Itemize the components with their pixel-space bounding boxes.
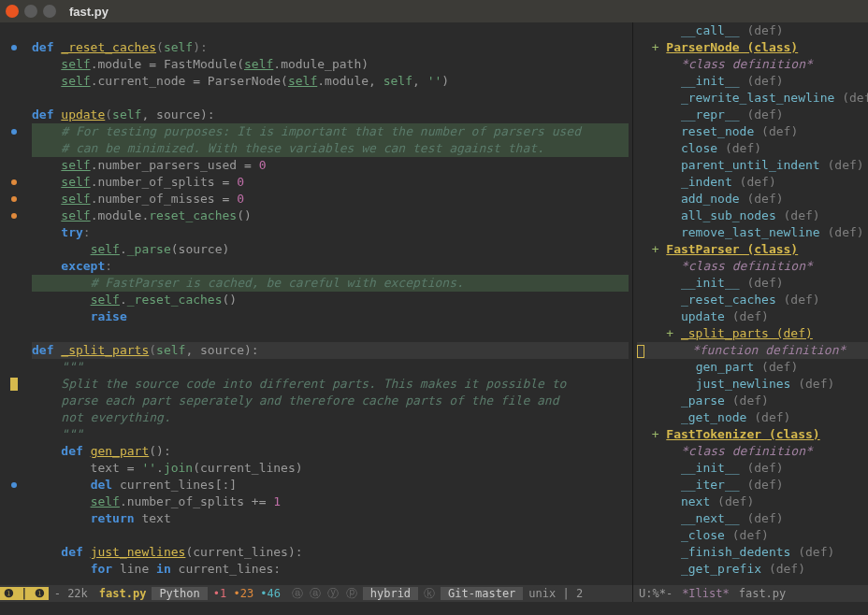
outline-item[interactable]: + ParserNode (class) <box>637 39 868 56</box>
code-line[interactable]: parse each part seperately and therefore… <box>32 393 629 409</box>
outline-item[interactable]: _get_prefix (def) <box>637 561 868 578</box>
gutter-line <box>0 157 28 174</box>
code-line[interactable]: del current_lines[:] <box>32 477 629 493</box>
gutter-line <box>0 258 28 275</box>
gutter-line <box>0 140 28 157</box>
outline-item[interactable]: + FastTokenizer (class) <box>637 426 868 443</box>
minibuffer[interactable] <box>0 602 868 615</box>
code-line[interactable] <box>32 527 629 544</box>
outline-item[interactable]: __init__ (def) <box>637 73 868 90</box>
outline-item[interactable]: reset_node (def) <box>637 123 868 140</box>
statusbar-left: ❶ | ❶ - 22k fast.py Python •1 •23 •46 ⓐ … <box>0 585 632 602</box>
outline-item[interactable]: __init__ (def) <box>637 460 868 477</box>
gutter-line <box>0 123 28 140</box>
gutter-dot-icon <box>11 196 17 202</box>
outline-item[interactable]: gen_part (def) <box>637 359 868 376</box>
code-line[interactable]: """ <box>32 426 629 443</box>
window-maximize-icon[interactable] <box>43 5 56 18</box>
code-line[interactable]: self.module.reset_caches() <box>32 207 629 224</box>
gutter-line <box>0 73 28 90</box>
gutter-line <box>0 477 28 493</box>
window-titlebar: fast.py <box>0 0 868 22</box>
outline-item[interactable]: _reset_caches (def) <box>637 292 868 308</box>
outline-item[interactable]: just_newlines (def) <box>637 376 868 393</box>
status-kflag: ⓚ <box>418 586 441 602</box>
outline-item[interactable]: next (def) <box>637 493 868 510</box>
outline-item[interactable]: update (def) <box>637 308 868 325</box>
gutter-line <box>0 376 28 393</box>
code-line[interactable]: # For testing purposes: It is important … <box>32 123 629 140</box>
code-line[interactable]: return text <box>32 510 629 527</box>
code-line[interactable]: self.number_of_misses = 0 <box>32 191 629 207</box>
outline-item[interactable]: _finish_dedents (def) <box>637 544 868 561</box>
outline-item[interactable]: + FastParser (class) <box>637 241 868 258</box>
status-mode[interactable]: Python <box>152 587 207 600</box>
outline-item[interactable]: *function definition* <box>637 342 868 359</box>
code-line[interactable]: text = ''.join(current_lines) <box>32 460 629 477</box>
outline-item[interactable]: parent_until_indent (def) <box>637 157 868 174</box>
gutter-line <box>0 275 28 292</box>
code-line[interactable]: self._reset_caches() <box>32 292 629 308</box>
status-git[interactable]: Git-master <box>441 587 523 600</box>
code-line[interactable]: """ <box>32 359 629 376</box>
code-line[interactable]: self.number_parsers_used = 0 <box>32 157 629 174</box>
code-line[interactable]: self._parse(source) <box>32 241 629 258</box>
outline-item[interactable]: add_node (def) <box>637 191 868 207</box>
gutter-dot-icon <box>11 129 17 135</box>
code-line[interactable]: def just_newlines(current_lines): <box>32 544 629 561</box>
outline-item[interactable]: _rewrite_last_newline (def) <box>637 90 868 107</box>
code-line[interactable]: raise <box>32 308 629 325</box>
gutter-dot-icon <box>11 213 17 219</box>
gutter-dot-icon <box>11 179 17 185</box>
code-line[interactable]: # can be minimized. With these variables… <box>32 140 629 157</box>
code-line[interactable]: self.module = FastModule(self.module_pat… <box>32 56 629 73</box>
code-line[interactable]: def _split_parts(self, source): <box>32 342 629 359</box>
outline-item[interactable]: _parse (def) <box>637 393 868 409</box>
status-warnings[interactable]: ❶ | ❶ <box>0 587 49 600</box>
status-info: •46 <box>260 587 281 600</box>
code-line[interactable]: except: <box>32 258 629 275</box>
code-line[interactable]: self.number_of_splits = 0 <box>32 174 629 191</box>
outline-item[interactable]: all_sub_nodes (def) <box>637 207 868 224</box>
outline-item[interactable]: __repr__ (def) <box>637 107 868 123</box>
code-area[interactable]: def _reset_caches(self): self.module = F… <box>28 22 632 585</box>
code-line[interactable]: Split the source code into different par… <box>32 376 629 393</box>
status-size: - 22k <box>49 587 94 600</box>
code-line[interactable]: for line in current_lines: <box>32 561 629 578</box>
outline-item[interactable]: __next__ (def) <box>637 510 868 527</box>
outline-item[interactable]: *class definition* <box>637 443 868 460</box>
outline-item[interactable]: _close (def) <box>637 527 868 544</box>
gutter-line <box>0 561 28 578</box>
outline-item[interactable]: *class definition* <box>637 56 868 73</box>
window-minimize-icon[interactable] <box>24 5 37 18</box>
window-close-icon[interactable] <box>6 5 19 18</box>
outline-item[interactable]: __iter__ (def) <box>637 477 868 493</box>
code-line[interactable]: def _reset_caches(self): <box>32 39 629 56</box>
outline-item[interactable]: __call__ (def) <box>637 22 868 39</box>
code-line[interactable] <box>32 325 629 342</box>
outline-item[interactable]: _indent (def) <box>637 174 868 191</box>
code-line[interactable]: self.number_of_splits += 1 <box>32 493 629 510</box>
gutter-line <box>0 460 28 477</box>
outline-item[interactable]: + _split_parts (def) <box>637 325 868 342</box>
code-editor[interactable]: def _reset_caches(self): self.module = F… <box>0 22 632 585</box>
code-line[interactable] <box>32 90 629 107</box>
outline-item[interactable]: close (def) <box>637 140 868 157</box>
outline-item[interactable]: __init__ (def) <box>637 275 868 292</box>
code-line[interactable]: def update(self, source): <box>32 107 629 123</box>
outline-item[interactable]: _get_node (def) <box>637 409 868 426</box>
status-encoding: unix | 2 <box>523 587 588 600</box>
code-line[interactable]: self.current_node = ParserNode(self.modu… <box>32 73 629 90</box>
gutter-line <box>0 426 28 443</box>
outline-sidebar[interactable]: __call__ (def) + ParserNode (class) *cla… <box>632 22 868 585</box>
status-filename: fast.py <box>94 587 152 600</box>
status-hybrid: hybrid <box>363 587 418 600</box>
outline-item[interactable]: *class definition* <box>637 258 868 275</box>
outline-item[interactable]: remove_last_newline (def) <box>637 224 868 241</box>
gutter-line <box>0 292 28 308</box>
code-line[interactable]: # FastParser is cached, be careful with … <box>32 275 629 292</box>
code-line[interactable]: def gen_part(): <box>32 443 629 460</box>
statusbar-right: U:%*- *Ilist* fast.py <box>632 585 868 602</box>
code-line[interactable]: not everything. <box>32 409 629 426</box>
code-line[interactable]: try: <box>32 224 629 241</box>
